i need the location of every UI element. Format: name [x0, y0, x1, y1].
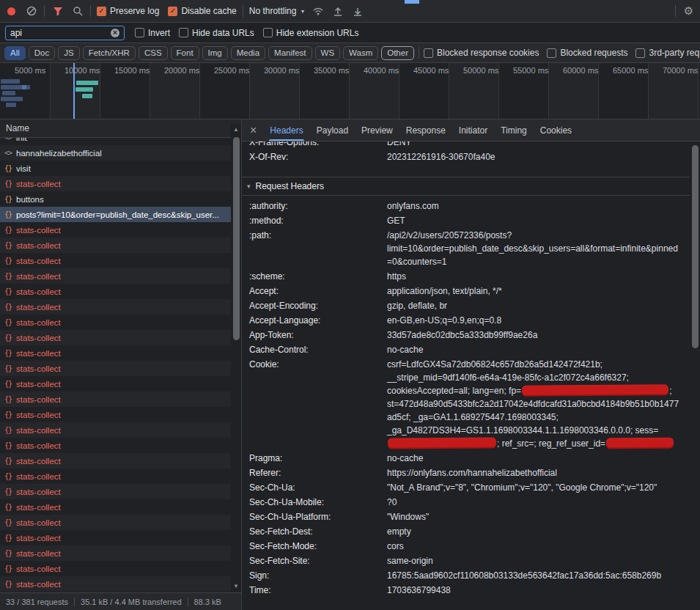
filter-checkbox[interactable]: Hide extension URLs: [263, 28, 359, 37]
search-button[interactable]: [70, 4, 84, 18]
fetch-xhr-icon: {}: [4, 334, 12, 342]
timeline-overview[interactable]: 5000 ms10000 ms15000 ms20000 ms25000 ms3…: [0, 63, 700, 120]
request-row[interactable]: {}stats-collect: [0, 176, 231, 191]
type-filter-chip-doc[interactable]: Doc: [29, 46, 55, 60]
request-row[interactable]: {}stats-collect: [0, 253, 231, 268]
tab-initiator[interactable]: Initiator: [452, 120, 494, 141]
type-filter-chip-other[interactable]: Other: [381, 46, 414, 60]
request-row[interactable]: {}stats-collect: [0, 545, 231, 561]
advanced-filter-checkbox[interactable]: 3rd-party requests: [635, 48, 700, 58]
header-name: Accept-Encoding:: [242, 299, 387, 312]
request-row[interactable]: {}visit: [0, 161, 231, 176]
export-har-button[interactable]: [350, 4, 364, 18]
request-row[interactable]: {}stats-collect: [0, 453, 231, 468]
tab-payload[interactable]: Payload: [310, 120, 355, 141]
type-filter-chip-wasm[interactable]: Wasm: [343, 46, 378, 60]
close-details-icon[interactable]: ×: [243, 125, 263, 136]
type-filter-chip-media[interactable]: Media: [231, 46, 265, 60]
request-row[interactable]: {}stats-collect: [0, 530, 231, 545]
request-name: stats-collect: [16, 318, 226, 327]
request-row[interactable]: <>init: [0, 138, 231, 145]
record-button[interactable]: [4, 4, 18, 18]
request-row[interactable]: {}stats-collect: [0, 330, 231, 345]
request-headers-section-header[interactable]: ▾ Request Headers: [242, 177, 690, 196]
tab-cookies[interactable]: Cookies: [534, 120, 578, 141]
request-row[interactable]: {}stats-collect: [0, 499, 231, 515]
request-row[interactable]: {}stats-collect: [0, 576, 231, 592]
checkbox-unchecked-icon: [635, 48, 645, 58]
type-filter-chip-all[interactable]: All: [4, 46, 26, 60]
request-row[interactable]: {}stats-collect: [0, 284, 231, 299]
request-row[interactable]: {}stats-collect: [0, 376, 231, 392]
toolbar-checkbox[interactable]: ✓Disable cache: [168, 7, 236, 16]
clear-filter-icon[interactable]: ×: [111, 29, 119, 37]
scrollbar-thumb[interactable]: [692, 145, 699, 348]
scrollbar-thumb[interactable]: [233, 137, 240, 340]
scroll-down-icon[interactable]: ▼: [231, 581, 241, 591]
request-name: posts?limit=10&order=publish_date_desc&s…: [16, 210, 226, 219]
request-row[interactable]: {}stats-collect: [0, 422, 231, 438]
toolbar-checkbox[interactable]: ✓Preserve log: [97, 7, 159, 16]
throttling-dropdown[interactable]: No throttling ▼: [249, 6, 306, 16]
fetch-xhr-icon: {}: [4, 349, 12, 357]
type-filter-chip-fetch-xhr[interactable]: Fetch/XHR: [83, 46, 136, 60]
header-row: App-Token:33d57ade8c02dbc5a333db99ff9ae2…: [242, 328, 690, 342]
header-name: X-Frame-Options:: [242, 142, 387, 149]
request-row[interactable]: {}stats-collect: [0, 268, 231, 284]
header-row: Sec-Fetch-Dest:empty: [242, 524, 690, 539]
type-filter-chip-manifest[interactable]: Manifest: [268, 46, 312, 60]
request-row[interactable]: {}stats-collect: [0, 407, 231, 422]
request-row[interactable]: {}stats-collect: [0, 438, 231, 453]
details-tab-bar: × HeadersPayloadPreviewResponseInitiator…: [242, 120, 700, 142]
filter-checkbox[interactable]: Invert: [135, 28, 170, 37]
tab-headers[interactable]: Headers: [263, 120, 309, 141]
request-row[interactable]: {}stats-collect: [0, 299, 231, 315]
type-filter-chip-css[interactable]: CSS: [139, 46, 168, 60]
header-row: Accept:application/json, text/plain, */*: [242, 284, 690, 298]
type-filter-chip-js[interactable]: JS: [58, 46, 79, 60]
fetch-xhr-icon: {}: [4, 534, 12, 542]
filter-checkbox[interactable]: Hide data URLs: [179, 28, 254, 37]
tab-response[interactable]: Response: [399, 120, 452, 141]
fetch-xhr-icon: {}: [4, 210, 12, 218]
filter-button[interactable]: [51, 4, 65, 18]
advanced-filter-checkbox[interactable]: Blocked response cookies: [424, 48, 539, 58]
tab-timing[interactable]: Timing: [494, 120, 534, 141]
request-row[interactable]: {}stats-collect: [0, 392, 231, 407]
header-row: :path:/api2/v2/users/20572336/posts?limi…: [242, 228, 690, 269]
import-har-button[interactable]: [331, 4, 345, 18]
type-filter-chip-font[interactable]: Font: [171, 46, 199, 60]
timeline-tick-label: 35000 ms: [314, 66, 349, 75]
header-row: Referer:https://onlyfans.com/hannaheliza…: [242, 466, 690, 480]
request-row[interactable]: {}stats-collect: [0, 484, 231, 499]
request-row[interactable]: {}stats-collect: [0, 361, 231, 376]
type-filter-chip-img[interactable]: Img: [202, 46, 228, 60]
transferred-size: 35.1 kB / 4.4 MB transferred: [81, 598, 182, 606]
record-icon: [7, 7, 15, 15]
header-value: "Windows": [387, 510, 690, 523]
timeline-tick-label: 60000 ms: [563, 66, 598, 75]
request-row[interactable]: {}stats-collect: [0, 238, 231, 253]
type-filter-bar: AllDocJSFetch/XHRCSSFontImgMediaManifest…: [0, 43, 700, 63]
filter-input[interactable]: api ×: [5, 26, 125, 40]
request-row[interactable]: {}posts?limit=10&order=publish_date_desc…: [0, 207, 231, 222]
request-row[interactable]: {}stats-collect: [0, 222, 231, 238]
name-column-header[interactable]: Name: [0, 120, 241, 138]
request-row[interactable]: {}stats-collect: [0, 345, 231, 361]
clear-network-log-button[interactable]: [24, 4, 38, 18]
settings-button[interactable]: ⚙: [682, 4, 696, 18]
request-row[interactable]: <>hannahelizabethofficial: [0, 145, 231, 161]
scroll-up-icon[interactable]: ▲: [231, 124, 241, 134]
requests-scrollbar[interactable]: ▲ ▼: [231, 124, 241, 591]
request-row[interactable]: {}stats-collect: [0, 315, 231, 330]
advanced-filter-checkbox[interactable]: Blocked requests: [547, 48, 627, 58]
details-scrollbar[interactable]: [690, 144, 700, 610]
request-row[interactable]: {}buttons: [0, 191, 231, 207]
request-row[interactable]: {}stats-collect: [0, 515, 231, 530]
tab-preview[interactable]: Preview: [355, 120, 399, 141]
request-row[interactable]: {}stats-collect: [0, 468, 231, 484]
network-conditions-button[interactable]: [311, 4, 325, 18]
type-filter-chip-ws[interactable]: WS: [315, 46, 341, 60]
funnel-icon: [53, 6, 63, 16]
request-row[interactable]: {}stats-collect: [0, 561, 231, 576]
